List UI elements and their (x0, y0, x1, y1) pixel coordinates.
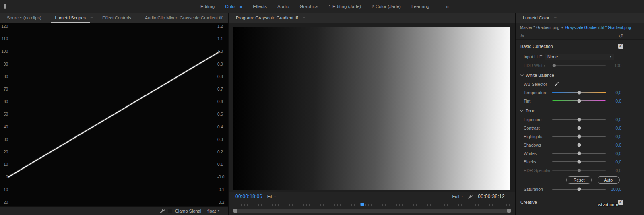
wb-selector-eyedropper-icon[interactable] (554, 81, 559, 87)
panel-menu-icon[interactable]: ≡ (554, 13, 561, 23)
tab-source-monitor[interactable]: Source: (no clips) (2, 13, 46, 23)
zoom-level-select[interactable]: Fit ▾ (267, 194, 276, 199)
slider-track[interactable] (552, 153, 606, 154)
collapse-chevron-icon[interactable] (520, 73, 523, 76)
slider-track[interactable] (552, 136, 606, 137)
chevron-down-icon: ▾ (610, 55, 611, 58)
slider-value: 0,0 (609, 168, 621, 173)
panel-menu-icon[interactable]: ≡ (90, 13, 98, 23)
reset-button[interactable]: Reset (566, 176, 592, 184)
hdr-white-slider[interactable] (552, 65, 606, 66)
scrollbar-handle-left[interactable] (233, 209, 237, 213)
tab-lumetri-color[interactable]: Lumetri Color (518, 13, 554, 23)
slider-value[interactable]: 0,0 (609, 159, 621, 164)
section-creative[interactable]: Creative (516, 197, 644, 207)
chevron-down-icon: ▾ (218, 209, 219, 213)
scope-axis-label: 1.0 (217, 49, 223, 54)
temperature-slider[interactable] (552, 92, 606, 93)
selected-clip-link[interactable]: Grayscale Gradient.tif * Gradient.png (565, 25, 631, 30)
workspace-tab-graphics[interactable]: Graphics (295, 4, 324, 9)
slider-value[interactable]: 0,0 (609, 90, 621, 95)
workspace-tab-color[interactable]: Color (220, 4, 238, 9)
slider-thumb[interactable] (577, 187, 581, 191)
tone-slider-row: Exposure 0,0 (516, 115, 644, 124)
tab-program-monitor[interactable]: Program: Grayscale Gradient.tif (231, 13, 303, 23)
workspace-menu-icon[interactable]: ≡ (238, 4, 248, 9)
collapse-chevron-icon[interactable] (520, 108, 523, 112)
tab-audio-clip-mixer[interactable]: Audio Clip Mixer: Grayscale Gradient.tif (140, 13, 227, 23)
hdr-specular-slider[interactable] (552, 170, 606, 171)
auto-button[interactable]: Auto (597, 176, 620, 184)
slider-value[interactable]: 0,0 (609, 134, 621, 139)
playhead-marker[interactable] (361, 203, 364, 206)
section-basic-correction[interactable]: Basic Correction (516, 41, 644, 52)
slider-thumb[interactable] (577, 134, 581, 138)
slider-thumb[interactable] (578, 169, 581, 172)
slider-track[interactable] (552, 119, 606, 120)
program-monitor-viewer[interactable] (229, 23, 515, 192)
playback-resolution-select[interactable]: Full ▾ (452, 194, 463, 199)
scope-format-value: float (207, 209, 216, 213)
saturation-row: Saturation 100,0 (516, 185, 644, 193)
chevron-down-icon: ▾ (461, 195, 463, 198)
lumetri-panel-tabs: Lumetri Color ≡ (516, 13, 644, 23)
panel-menu-icon[interactable]: ≡ (303, 13, 310, 23)
saturation-slider[interactable] (552, 189, 606, 190)
scrollbar-track[interactable] (233, 209, 511, 213)
scope-axis-label: 0.9 (217, 62, 223, 67)
slider-thumb[interactable] (577, 91, 581, 94)
overflow-chevron-icon[interactable]: » (446, 4, 449, 10)
slider-thumb[interactable] (577, 126, 581, 130)
slider-thumb[interactable] (577, 99, 581, 103)
workspace-tab-effects[interactable]: Effects (248, 4, 272, 9)
waveform-scope[interactable]: 1201101009080706050403020100-10-20 1.21.… (0, 23, 228, 206)
tone-buttons-row: Reset Auto (516, 175, 644, 185)
chevron-down-icon: ▾ (561, 26, 563, 29)
scope-axis-label: 110 (2, 37, 8, 41)
slider-thumb[interactable] (553, 64, 556, 67)
creative-checkbox[interactable] (618, 200, 623, 205)
scrollbar-handle-right[interactable] (507, 209, 511, 213)
settings-wrench-icon[interactable] (468, 194, 473, 199)
workspace-tab-audio[interactable]: Audio (272, 4, 294, 9)
section-white-balance[interactable]: White Balance (516, 70, 644, 80)
slider-thumb[interactable] (577, 118, 581, 121)
lumetri-scopes-panel: Source: (no clips) Lumetri Scopes ≡ Effe… (0, 13, 228, 215)
basic-correction-checkbox[interactable] (618, 44, 623, 49)
clamp-signal-checkbox[interactable] (168, 209, 172, 213)
slider-thumb[interactable] (577, 143, 581, 147)
slider-thumb[interactable] (577, 151, 581, 155)
tint-slider[interactable] (552, 100, 606, 101)
zoom-scrollbar[interactable] (233, 209, 511, 213)
scope-axis-label: 60 (4, 99, 8, 104)
scope-format-select[interactable]: float ▾ (207, 209, 219, 213)
wrench-icon[interactable] (160, 208, 165, 213)
section-title: Creative (520, 200, 537, 205)
workspace-tab-editing[interactable]: Editing (195, 4, 220, 9)
slider-value[interactable]: 0,0 (609, 151, 621, 156)
slider-thumb[interactable] (577, 160, 581, 163)
slider-track[interactable] (552, 161, 606, 162)
reset-effect-icon[interactable]: ↺ (619, 33, 623, 39)
slider-value[interactable]: 0,0 (609, 126, 621, 130)
scope-axis-label: 0.1 (217, 162, 223, 167)
master-clip-selector[interactable]: Master * Gradient.png (520, 25, 559, 30)
tab-lumetri-scopes[interactable]: Lumetri Scopes (51, 13, 90, 23)
scope-axis-label: -0.0 (217, 175, 224, 180)
slider-value[interactable]: 0,0 (609, 117, 621, 122)
slider-track[interactable] (552, 128, 606, 128)
scope-axis-label: 10 (4, 162, 8, 167)
workspace-tab-2-color-jarle[interactable]: 2 Color (Jarle) (366, 4, 406, 9)
workspace-tab-1-editing-jarle[interactable]: 1 Editing (Jarle) (324, 4, 367, 9)
workspace-tab-learning[interactable]: Learning (406, 4, 435, 9)
scope-axis-label: 0.6 (217, 99, 223, 104)
section-tone[interactable]: Tone (516, 106, 644, 115)
time-ruler[interactable] (233, 202, 511, 207)
slider-track[interactable] (552, 145, 606, 145)
input-lut-select[interactable]: None ▾ (545, 54, 614, 60)
slider-value[interactable]: 100,0 (609, 187, 621, 192)
slider-value[interactable]: 0,0 (609, 143, 621, 147)
current-timecode[interactable]: 00:00:18:06 (235, 194, 262, 199)
slider-value[interactable]: 0,0 (609, 99, 621, 103)
tab-effect-controls[interactable]: Effect Controls (98, 13, 136, 23)
